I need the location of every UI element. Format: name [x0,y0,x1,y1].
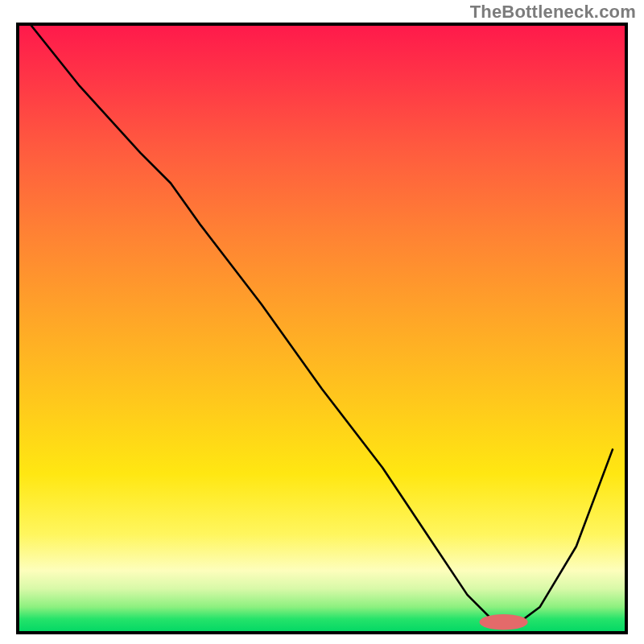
chart-stage: TheBottleneck.com [0,0,644,644]
optimal-range-marker [480,614,528,630]
chart-svg [19,26,625,631]
plot-area [16,23,628,634]
watermark-text: TheBottleneck.com [470,2,636,23]
bottleneck-curve [31,26,613,625]
